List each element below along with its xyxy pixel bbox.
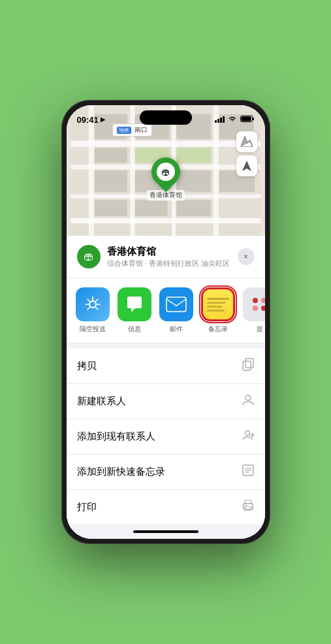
add-to-notes-label: 添加到新快速备忘录 (77, 466, 165, 478)
svg-rect-22 (94, 200, 127, 216)
app-icon-mail[interactable]: 邮件 (158, 287, 195, 334)
action-add-to-contact[interactable]: 添加到现有联系人 (67, 419, 265, 455)
signal-bar-3 (220, 118, 222, 123)
airdrop-icon (76, 287, 110, 321)
notes-label: 备忘录 (208, 325, 228, 334)
map-view-button[interactable] (236, 131, 257, 152)
action-list: 拷贝 新建联系人 (67, 349, 265, 524)
message-icon (118, 287, 151, 321)
new-contact-icon (242, 393, 255, 410)
time-display: 09:41 (77, 115, 99, 125)
svg-rect-30 (166, 297, 186, 312)
notes-icon (201, 287, 235, 321)
app-icon-notes[interactable]: 备忘录 (200, 287, 236, 334)
svg-rect-18 (94, 170, 127, 192)
copy-label: 拷贝 (77, 360, 97, 372)
status-time: 09:41 ▶ (77, 115, 105, 125)
dynamic-island (140, 110, 192, 125)
place-icon: 🏟 (77, 245, 101, 268)
airdrop-label: 隔空投送 (80, 325, 106, 334)
bottom-sheet: 🏟 香港体育馆 综合体育馆 · 香港特别行政区 油尖旺区 × (67, 236, 265, 539)
pin-circle: 🏟 (145, 152, 185, 192)
add-notes-icon (242, 464, 255, 480)
place-info: 香港体育馆 综合体育馆 · 香港特别行政区 油尖旺区 (107, 246, 231, 268)
close-button[interactable]: × (238, 248, 255, 265)
svg-marker-28 (242, 161, 251, 171)
signal-bar-4 (223, 116, 225, 123)
home-bar (133, 530, 198, 533)
svg-rect-24 (176, 200, 211, 216)
map-controls (236, 131, 257, 176)
home-indicator (67, 524, 265, 539)
app-icons-row: 隔空投送 信息 (67, 278, 265, 344)
wifi-icon (228, 116, 237, 124)
app-icon-more[interactable]: 提 (242, 287, 265, 334)
new-contact-label: 新建联系人 (77, 395, 126, 408)
svg-rect-7 (71, 218, 260, 223)
svg-point-34 (245, 431, 249, 436)
svg-rect-1 (252, 118, 254, 120)
location-pin: 🏟 香港体育馆 (147, 157, 185, 201)
signal-bar-2 (217, 119, 219, 123)
mail-label: 邮件 (170, 325, 183, 334)
action-print[interactable]: 打印 (67, 490, 265, 524)
svg-rect-4 (71, 141, 260, 147)
signal-bar-1 (215, 120, 217, 123)
svg-point-33 (245, 395, 251, 400)
signal-bars (215, 116, 225, 123)
message-label: 信息 (128, 325, 141, 334)
pin-inner: 🏟 (157, 163, 175, 181)
action-new-contact[interactable]: 新建联系人 (67, 384, 265, 419)
place-header: 🏟 香港体育馆 综合体育馆 · 香港特别行政区 油尖旺区 × (67, 236, 265, 278)
mail-icon (159, 287, 193, 321)
svg-rect-32 (243, 361, 251, 370)
add-to-contact-label: 添加到现有联系人 (77, 430, 155, 443)
svg-rect-31 (245, 359, 253, 368)
phone-screen: 09:41 ▶ (67, 105, 265, 539)
more-label: 提 (257, 325, 263, 334)
location-arrow-icon: ▶ (101, 116, 105, 123)
more-icon (243, 287, 265, 321)
print-icon (242, 499, 255, 515)
print-label: 打印 (77, 501, 97, 513)
place-desc: 综合体育馆 · 香港特别行政区 油尖旺区 (107, 259, 231, 268)
svg-rect-23 (134, 200, 167, 216)
copy-icon (242, 358, 255, 374)
location-button[interactable] (236, 155, 257, 176)
phone-frame: 09:41 ▶ (61, 100, 270, 544)
svg-rect-15 (94, 148, 127, 163)
action-copy[interactable]: 拷贝 (67, 349, 265, 384)
svg-rect-2 (241, 117, 251, 121)
add-contact-icon (242, 428, 255, 445)
app-icon-airdrop[interactable]: 隔空投送 (74, 287, 111, 334)
action-add-to-notes[interactable]: 添加到新快速备忘录 (67, 455, 265, 490)
status-icons (215, 114, 255, 125)
app-icon-message[interactable]: 信息 (116, 287, 153, 334)
battery-icon (240, 114, 255, 125)
place-name: 香港体育馆 (107, 246, 231, 258)
